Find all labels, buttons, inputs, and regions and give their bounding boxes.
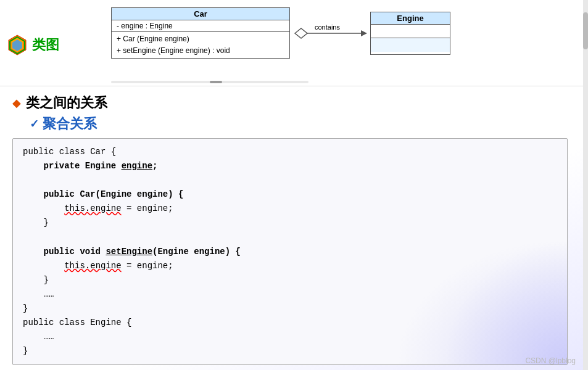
subsection-title-text: 聚合关系 [43,115,97,133]
car-method-2: + setEngine (Engine engine) : void [117,45,284,57]
check-mark-icon: ✓ [30,117,39,131]
code-bold-1: private Engine engine; [44,161,158,171]
svg-marker-6 [361,30,367,36]
vertical-scrollbar[interactable] [583,0,588,370]
car-class-header: Car [112,8,289,20]
engine-class-header: Engine [371,12,450,25]
car-method-1: + Car (Engine engine) [117,33,284,45]
logo-icon [6,34,28,56]
code-line-1: public class Car { [23,145,557,159]
code-line-4: public Car(Engine engine) { [23,187,557,202]
car-class-attrs: - engine : Engine [112,20,289,32]
subsection-title-row: ✓ 聚合关系 [30,115,576,133]
uml-connector-svg: contains [290,15,370,52]
code-line-11: …… [23,287,557,302]
code-bold-2: public Car(Engine engine) { [44,189,184,199]
h-scrollbar[interactable] [111,81,308,83]
code-underline-engine-1: engine [122,161,152,171]
code-line-13: public class Engine { [23,316,557,330]
code-line-8: public void setEngine(Engine engine) { [23,245,557,259]
code-underline-this-engine: this.engine [64,204,121,213]
code-line-9: this.engine = engine; [23,259,557,273]
diamond-bullet-icon: ◆ [12,96,21,110]
code-line-5: this.engine = engine; [23,202,557,216]
connector-label: contains [315,23,340,31]
code-line-2: private Engine engine; [23,159,557,173]
content-area: ◆ 类之间的关系 ✓ 聚合关系 public class Car { priva… [0,86,588,370]
engine-class-body2 [371,38,450,52]
svg-marker-4 [295,28,307,38]
vertical-scrollbar-thumb [583,12,588,49]
car-class-methods: + Car (Engine engine) + setEngine (Engin… [112,32,289,58]
code-block: public class Car { private Engine engine… [12,138,568,365]
uml-diagram-area: 类图 Car - engine : Engine + Car (Engine e… [0,0,588,86]
code-line-12: } [23,302,557,316]
code-underline-setengine: setEngine [106,247,152,257]
code-line-7 [23,231,557,245]
section-title-text: 类之间的关系 [26,94,107,112]
code-bold-3: public void setEngine(Engine engine) { [44,247,241,257]
engine-class-body1 [371,25,450,38]
code-underline-this-engine-2: this.engine [64,261,121,271]
code-line-10: } [23,273,557,287]
code-line-15: } [23,344,557,358]
engine-class-box: Engine [370,12,450,55]
car-class-box: Car - engine : Engine + Car (Engine engi… [111,7,290,59]
section-title-row: ◆ 类之间的关系 [12,94,576,112]
code-line-6: } [23,216,557,230]
watermark: CSDN @lpblog [525,356,576,365]
h-scrollbar-thumb [210,81,222,83]
logo-area: 类图 [6,34,59,56]
logo-text: 类图 [32,36,59,54]
code-line-3 [23,173,557,187]
code-line-14: …… [23,330,557,344]
